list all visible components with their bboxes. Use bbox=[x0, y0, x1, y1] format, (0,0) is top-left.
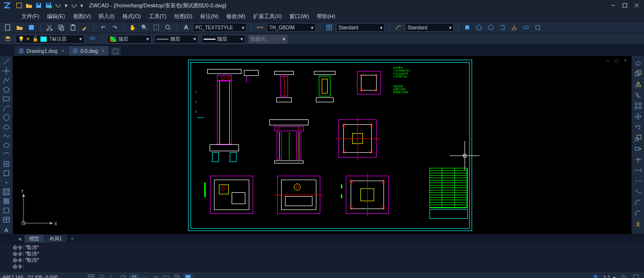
point-tool-icon[interactable] bbox=[1, 178, 11, 186]
ellipse-tool-icon[interactable] bbox=[1, 141, 11, 150]
rectangle-tool-icon[interactable] bbox=[1, 95, 11, 103]
drawing-canvas[interactable]: – □ × 1 2 bbox=[13, 56, 631, 234]
coordinate-readout[interactable]: 6957.165, -27.335, 0.000 bbox=[3, 275, 86, 278]
block-make-tool-icon[interactable] bbox=[1, 169, 11, 177]
save-file-icon[interactable] bbox=[26, 23, 36, 32]
lwt-icon[interactable] bbox=[151, 274, 161, 278]
move-tool-icon[interactable] bbox=[633, 112, 643, 121]
cycle-icon[interactable] bbox=[172, 274, 182, 278]
minimize-button[interactable] bbox=[608, 1, 619, 9]
mtext-tool-icon[interactable]: A bbox=[1, 226, 11, 234]
spline-tool-icon[interactable] bbox=[1, 132, 11, 140]
close-tab-icon[interactable]: × bbox=[102, 48, 105, 54]
redo-icon[interactable]: ↷ bbox=[110, 23, 119, 32]
ortho-icon[interactable] bbox=[108, 274, 118, 278]
snap-grid-icon[interactable] bbox=[86, 274, 96, 278]
view-3d-icon[interactable] bbox=[509, 23, 519, 32]
arc-tool-icon[interactable] bbox=[1, 104, 11, 113]
revcloud-tool-icon[interactable] bbox=[1, 123, 11, 131]
menu-insert[interactable]: 插入(I) bbox=[95, 12, 118, 21]
fillet-tool-icon[interactable] bbox=[633, 208, 643, 218]
gradient-tool-icon[interactable] bbox=[1, 197, 11, 205]
osnap-icon[interactable] bbox=[129, 274, 139, 278]
copy-tool-icon[interactable] bbox=[633, 69, 643, 78]
menu-modify[interactable]: 修改(M) bbox=[222, 12, 249, 21]
menu-view[interactable]: 视图(V) bbox=[69, 12, 95, 21]
menu-express[interactable]: 扩展工具(X) bbox=[249, 12, 286, 21]
explode-tool-icon[interactable] bbox=[633, 219, 643, 229]
dyn-icon[interactable] bbox=[162, 274, 171, 278]
open-file-icon[interactable] bbox=[15, 23, 24, 32]
document-tab[interactable]: 0-0.dwg × bbox=[69, 46, 109, 56]
command-prompt[interactable]: 命令: bbox=[13, 263, 640, 270]
menu-edit[interactable]: 编辑(E) bbox=[43, 12, 69, 21]
add-layout-button[interactable]: + bbox=[68, 235, 77, 242]
qat-new-icon[interactable] bbox=[15, 1, 24, 9]
lineweight-combo[interactable]: 随层 ▾ bbox=[201, 35, 245, 44]
join-tool-icon[interactable] bbox=[633, 187, 643, 197]
view-iso-icon[interactable] bbox=[474, 23, 484, 32]
region-tool-icon[interactable] bbox=[1, 206, 11, 214]
model-space-icon[interactable] bbox=[183, 274, 193, 278]
polygon-tool-icon[interactable] bbox=[1, 86, 11, 94]
table-tool-icon[interactable] bbox=[1, 215, 11, 224]
qat-undo-dropdown-icon[interactable]: ▾ bbox=[64, 1, 69, 9]
polar-icon[interactable] bbox=[119, 274, 128, 278]
layer-combo[interactable]: 💡 ☀ 🔓 7标注层 ▾ bbox=[16, 35, 84, 44]
menu-dimension[interactable]: 标注(N) bbox=[196, 12, 222, 21]
pan-icon[interactable]: ✋ bbox=[128, 23, 138, 32]
break-tool-icon[interactable] bbox=[633, 176, 643, 186]
chamfer-tool-icon[interactable] bbox=[633, 198, 643, 208]
qat-undo-icon[interactable] bbox=[54, 1, 63, 9]
qat-saveas-icon[interactable] bbox=[44, 1, 53, 9]
close-button[interactable] bbox=[631, 1, 642, 9]
qat-open-icon[interactable] bbox=[24, 1, 33, 9]
otrack-icon[interactable] bbox=[140, 274, 150, 278]
view-wire-icon[interactable] bbox=[533, 23, 543, 32]
gear-icon[interactable] bbox=[619, 274, 628, 278]
zoom-realtime-icon[interactable]: 🔍 bbox=[140, 23, 149, 32]
layer-manager-icon[interactable] bbox=[3, 35, 13, 44]
maximize-button[interactable] bbox=[620, 1, 630, 9]
block-insert-tool-icon[interactable] bbox=[1, 160, 11, 168]
circle-tool-icon[interactable] bbox=[1, 114, 11, 122]
mleaderstyle-icon[interactable] bbox=[393, 23, 403, 32]
chevron-down-icon[interactable]: ▾ bbox=[613, 275, 616, 278]
layout-nav-icon[interactable]: ◄ bbox=[15, 235, 24, 242]
qat-redo-dropdown-icon[interactable]: ▾ bbox=[79, 1, 84, 9]
view-top-icon[interactable] bbox=[486, 23, 496, 32]
tablestyle-combo[interactable]: Standard ▾ bbox=[336, 23, 385, 32]
mleaderstyle-combo[interactable]: Standard ▾ bbox=[405, 23, 454, 32]
view-orbit-icon[interactable] bbox=[521, 23, 531, 32]
mirror-tool-icon[interactable] bbox=[633, 79, 643, 89]
zoom-previous-icon[interactable] bbox=[163, 23, 173, 32]
scale-tool-icon[interactable] bbox=[633, 133, 643, 143]
close-tab-icon[interactable]: × bbox=[61, 48, 64, 54]
menu-tools[interactable]: 工具(T) bbox=[145, 12, 170, 21]
stretch-tool-icon[interactable] bbox=[633, 144, 643, 154]
layout-tab-1[interactable]: 布局1 bbox=[45, 235, 68, 243]
cut-icon[interactable] bbox=[45, 23, 54, 32]
plotstyle-combo[interactable]: 随颜色 ▾ bbox=[248, 35, 287, 44]
new-document-tab-button[interactable] bbox=[110, 47, 121, 56]
qat-redo-icon[interactable] bbox=[70, 1, 78, 9]
copy-icon[interactable] bbox=[56, 23, 66, 32]
linetype-combo[interactable]: 随层 ▾ bbox=[154, 35, 198, 44]
view-side-icon[interactable] bbox=[498, 23, 507, 32]
command-window[interactable]: 命令: *取消* 命令: *取消* 命令: *取消* 命令: bbox=[0, 243, 644, 272]
erase-tool-icon[interactable] bbox=[633, 58, 643, 68]
trim-tool-icon[interactable] bbox=[633, 155, 643, 164]
paste-icon[interactable] bbox=[68, 23, 78, 32]
zoom-window-icon[interactable] bbox=[151, 23, 161, 32]
rotate-tool-icon[interactable] bbox=[633, 122, 643, 132]
grid-display-icon[interactable] bbox=[97, 274, 107, 278]
user-icon[interactable]: 👤 bbox=[591, 274, 600, 278]
menu-file[interactable]: 文件(F) bbox=[18, 12, 43, 21]
textstyle-combo[interactable]: PC_TEXTSTYLE ▾ bbox=[193, 23, 247, 32]
tablestyle-icon[interactable] bbox=[324, 23, 334, 32]
document-tab[interactable]: Drawing1.dwg × bbox=[15, 46, 69, 56]
undo-icon[interactable]: ↶ bbox=[98, 23, 108, 32]
expand-icon[interactable] bbox=[631, 274, 641, 278]
ellipsearc-tool-icon[interactable] bbox=[1, 151, 11, 159]
layout-tab-model[interactable]: 模型 bbox=[24, 235, 45, 243]
